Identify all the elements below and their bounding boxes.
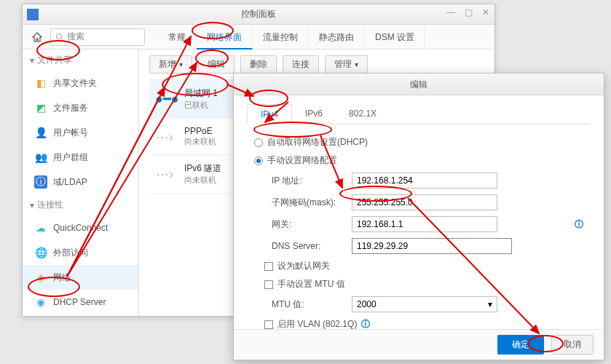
sidebar-item-shared-folder[interactable]: ◧共享文件夹 <box>23 71 138 95</box>
dhcp-icon: ◉ <box>34 296 47 309</box>
delete-button[interactable]: 删除 <box>240 55 277 74</box>
tab-ipv6[interactable]: IPv6 <box>292 104 336 124</box>
sidebar-item-external-access[interactable]: 🌐外部访问 <box>23 240 138 265</box>
chevron-down-icon: ▾ <box>30 200 34 210</box>
mtu-select[interactable]: 2000▾ <box>352 296 497 312</box>
sidebar-item-quickconnect[interactable]: ☁QuickConnect <box>23 215 138 240</box>
mask-input[interactable] <box>352 194 497 210</box>
home-button[interactable] <box>28 28 46 46</box>
cloud-icon: ☁ <box>34 221 47 234</box>
search-placeholder: 搜索 <box>67 31 84 43</box>
ldap-icon: ⓘ <box>34 175 47 189</box>
dialog-title: 编辑 <box>234 74 604 95</box>
tab-dsm-settings[interactable]: DSM 设置 <box>365 25 425 50</box>
mtu-label: MTU 值: <box>272 298 344 311</box>
minimize-icon[interactable]: — <box>445 7 457 17</box>
search-input[interactable]: 搜索 <box>50 28 145 46</box>
info-icon[interactable]: ⓘ <box>575 218 583 231</box>
network-icon: ◈ <box>34 271 47 284</box>
sidebar-item-group[interactable]: 👥用户群组 <box>23 145 138 170</box>
titlebar: 控制面板 — ▢ ✕ <box>23 4 494 25</box>
svg-point-0 <box>57 33 62 39</box>
pppoe-icon: ⋯› <box>155 129 174 145</box>
create-button[interactable]: 新增 <box>149 55 192 74</box>
tab-general[interactable]: 常规 <box>158 25 197 50</box>
radio-icon <box>254 138 263 147</box>
svg-line-1 <box>61 39 63 41</box>
sidebar-section-fileshare[interactable]: ▾文件共享 <box>23 50 138 71</box>
sidebar-item-file-services[interactable]: ◩文件服务 <box>23 95 138 120</box>
sidebar-item-network[interactable]: ◈网络 <box>23 265 138 290</box>
sidebar-item-dhcp-server[interactable]: ◉DHCP Server <box>23 290 138 314</box>
checkbox-icon[interactable] <box>264 262 273 271</box>
tab-8021x[interactable]: 802.1X <box>336 104 390 124</box>
radio-dhcp[interactable]: 自动取得网络设置(DHCP) <box>247 133 591 151</box>
edit-dialog: 编辑 IPv4 IPv6 802.1X 自动取得网络设置(DHCP) 手动设置网… <box>233 73 604 360</box>
file-service-icon: ◩ <box>34 101 47 114</box>
tab-static-route[interactable]: 静态路由 <box>309 25 365 50</box>
mask-label: 子网掩码(mask): <box>272 197 344 209</box>
dns-label: DNS Server: <box>272 241 344 251</box>
tab-traffic-control[interactable]: 流量控制 <box>253 25 309 50</box>
home-icon <box>31 31 43 43</box>
connect-button[interactable]: 连接 <box>283 55 319 74</box>
user-icon: 👤 <box>34 126 47 139</box>
sidebar-section-connectivity[interactable]: ▾连接性 <box>23 194 138 215</box>
close-icon[interactable]: ✕ <box>480 7 492 17</box>
main-tabs: 常规 网络界面 流量控制 静态路由 DSM 设置 <box>158 25 425 50</box>
dialog-tabs: IPv4 IPv6 802.1X <box>247 104 591 124</box>
search-icon <box>55 33 64 41</box>
radio-icon <box>254 157 263 165</box>
dialog-footer: 确定 取消 <box>234 329 604 360</box>
chevron-down-icon: ▾ <box>488 299 492 309</box>
tab-ipv4[interactable]: IPv4 <box>247 104 292 124</box>
default-gateway-label: 设为默认网关 <box>277 260 330 272</box>
edit-button[interactable]: 编辑 <box>198 55 234 74</box>
ok-button[interactable]: 确定 <box>497 335 544 355</box>
chevron-down-icon: ▾ <box>30 55 34 66</box>
sidebar-item-user[interactable]: 👤用户帐号 <box>23 120 138 145</box>
group-icon: 👥 <box>34 151 47 164</box>
toolbar: 搜索 常规 网络界面 流量控制 静态路由 DSM 设置 <box>23 25 494 50</box>
ip-label: IP 地址: <box>272 175 344 187</box>
sidebar-item-ldap[interactable]: ⓘ域/LDAP <box>23 170 138 194</box>
globe-icon: 🌐 <box>34 246 47 259</box>
dns-input[interactable] <box>352 238 512 254</box>
folder-icon: ◧ <box>34 76 47 90</box>
manage-button[interactable]: 管理 <box>325 55 368 74</box>
maximize-icon[interactable]: ▢ <box>462 7 474 17</box>
window-title: 控制面板 <box>241 8 276 20</box>
tunnel-icon: ⋯› <box>155 166 174 182</box>
content-toolbar: 新增 编辑 删除 连接 管理 <box>149 55 484 74</box>
cancel-button[interactable]: 取消 <box>551 335 594 355</box>
lan-icon: ●━● <box>155 91 174 107</box>
app-icon <box>27 9 39 20</box>
gateway-input[interactable] <box>352 216 497 232</box>
radio-manual[interactable]: 手动设置网络配置 <box>247 151 591 170</box>
manual-mtu-label: 手动设置 MTU 值 <box>277 278 345 290</box>
gateway-label: 网关: <box>272 218 344 231</box>
tab-network-interface[interactable]: 网络界面 <box>197 25 253 50</box>
ip-input[interactable] <box>352 173 497 189</box>
checkbox-icon[interactable] <box>264 280 273 289</box>
sidebar: ▾文件共享 ◧共享文件夹 ◩文件服务 👤用户帐号 👥用户群组 ⓘ域/LDAP ▾… <box>23 50 139 316</box>
checkbox-icon[interactable] <box>264 320 273 329</box>
